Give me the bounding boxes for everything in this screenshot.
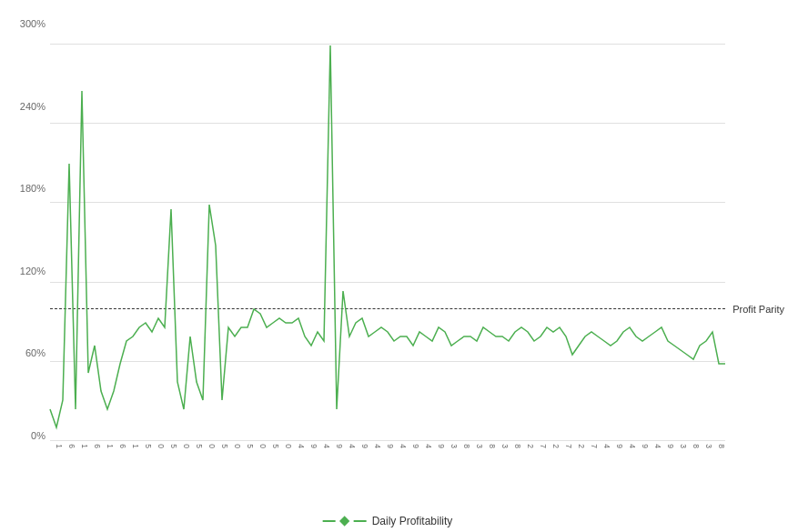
- svg-text:2018-02-02: 2018-02-02: [526, 444, 535, 448]
- svg-text:2018-01-23: 2018-01-23: [500, 444, 510, 448]
- svg-text:2017-12-29: 2017-12-29: [437, 444, 446, 448]
- svg-text:2017-09-15: 2017-09-15: [169, 444, 178, 448]
- svg-text:2018-03-24: 2018-03-24: [653, 444, 662, 448]
- svg-text:2017-08-11: 2017-08-11: [80, 444, 89, 448]
- svg-text:2018-01-08: 2018-01-08: [462, 444, 471, 448]
- svg-text:2017-11-04: 2017-11-04: [297, 444, 306, 448]
- y-label-60: 60%: [5, 347, 45, 358]
- chart-area: 0% 60% 120% 180% 240% 300% Profit Parity: [50, 18, 725, 441]
- y-label-300: 300%: [5, 18, 45, 29]
- parity-label: Profit Parity: [732, 304, 784, 315]
- svg-text:2017-09-30: 2017-09-30: [207, 444, 217, 448]
- svg-text:2017-08-31: 2017-08-31: [131, 444, 140, 448]
- y-axis: 0% 60% 120% 180% 240% 300%: [5, 18, 45, 441]
- svg-text:2018-01-13: 2018-01-13: [475, 444, 484, 448]
- svg-text:2018-01-03: 2018-01-03: [450, 444, 459, 448]
- svg-text:2017-10-05: 2017-10-05: [220, 444, 229, 448]
- chart-svg: [50, 18, 725, 441]
- svg-text:2017-12-24: 2017-12-24: [424, 444, 433, 448]
- svg-text:2017-08-26: 2017-08-26: [118, 444, 127, 448]
- svg-text:2017-11-29: 2017-11-29: [360, 444, 369, 448]
- svg-text:2017-11-09: 2017-11-09: [309, 444, 318, 448]
- svg-text:2017-09-05: 2017-09-05: [144, 444, 153, 448]
- svg-text:2017-09-25: 2017-09-25: [195, 444, 204, 448]
- svg-text:2018-02-27: 2018-02-27: [590, 444, 599, 448]
- svg-text:2018-03-09: 2018-03-09: [615, 444, 624, 448]
- svg-text:2017-12-14: 2017-12-14: [399, 444, 408, 448]
- svg-text:2017-08-01: 2017-08-01: [55, 444, 64, 448]
- svg-text:2018-03-14: 2018-03-14: [628, 444, 637, 448]
- svg-text:2017-12-19: 2017-12-19: [411, 444, 420, 448]
- x-axis: 2017-08-01 2017-08-06 2017-08-11 2017-08…: [50, 444, 725, 521]
- svg-text:2018-04-18: 2018-04-18: [717, 444, 725, 448]
- legend: Daily Profitability: [323, 515, 453, 527]
- chart-container: 0% 60% 120% 180% 240% 300% Profit Parity: [0, 0, 798, 532]
- svg-text:2017-10-10: 2017-10-10: [233, 444, 242, 448]
- svg-text:2017-12-04: 2017-12-04: [373, 444, 382, 448]
- svg-text:2017-10-25: 2017-10-25: [271, 444, 280, 448]
- svg-text:2018-03-29: 2018-03-29: [666, 444, 675, 448]
- x-axis-svg: 2017-08-01 2017-08-06 2017-08-11 2017-08…: [50, 444, 725, 521]
- svg-text:2017-09-10: 2017-09-10: [157, 444, 166, 448]
- svg-text:2018-01-28: 2018-01-28: [513, 444, 522, 448]
- svg-text:2018-01-18: 2018-01-18: [488, 444, 497, 448]
- svg-text:2017-11-24: 2017-11-24: [348, 444, 357, 448]
- svg-text:2018-03-04: 2018-03-04: [602, 444, 611, 448]
- svg-text:2018-04-03: 2018-04-03: [679, 444, 688, 448]
- svg-text:2018-02-07: 2018-02-07: [539, 444, 548, 448]
- profitability-line: [50, 45, 725, 427]
- svg-text:2017-10-15: 2017-10-15: [246, 444, 255, 448]
- svg-text:2018-03-19: 2018-03-19: [641, 444, 650, 448]
- legend-diamond-icon: [339, 516, 349, 526]
- y-label-120: 120%: [5, 266, 45, 276]
- svg-text:2017-08-06: 2017-08-06: [67, 444, 76, 448]
- svg-text:2017-11-19: 2017-11-19: [335, 444, 344, 448]
- svg-text:2018-04-08: 2018-04-08: [692, 444, 701, 448]
- svg-text:2018-02-12: 2018-02-12: [551, 444, 561, 448]
- svg-text:2017-12-09: 2017-12-09: [386, 444, 395, 448]
- svg-text:2018-02-17: 2018-02-17: [564, 444, 573, 448]
- svg-text:2017-10-30: 2017-10-30: [284, 444, 293, 448]
- y-label-240: 240%: [5, 101, 45, 112]
- svg-text:2018-02-22: 2018-02-22: [577, 444, 586, 448]
- svg-text:2017-11-14: 2017-11-14: [322, 444, 331, 448]
- legend-line-left: [323, 520, 336, 522]
- svg-text:2018-04-13: 2018-04-13: [704, 444, 713, 448]
- y-label-0: 0%: [5, 430, 45, 441]
- legend-line-right: [354, 520, 367, 522]
- svg-text:2017-08-21: 2017-08-21: [106, 444, 115, 448]
- y-label-180: 180%: [5, 183, 45, 194]
- svg-text:2017-08-16: 2017-08-16: [93, 444, 102, 448]
- svg-text:2017-09-20: 2017-09-20: [182, 444, 191, 448]
- svg-text:2017-10-20: 2017-10-20: [258, 444, 268, 448]
- legend-label: Daily Profitability: [372, 515, 453, 527]
